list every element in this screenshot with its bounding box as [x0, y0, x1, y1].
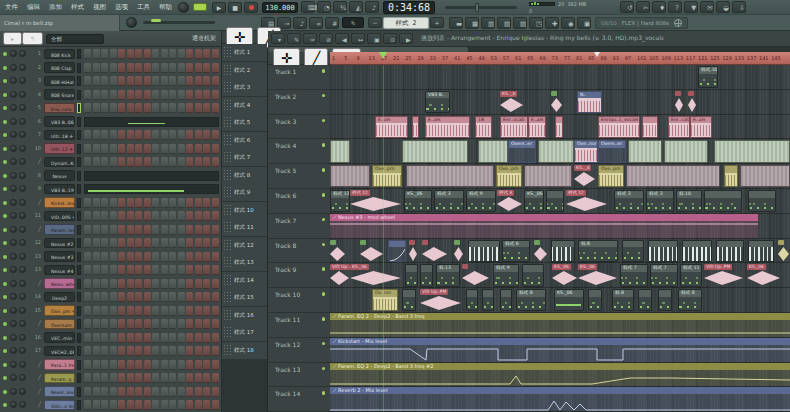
- step-cell[interactable]: [127, 49, 134, 59]
- step-cell[interactable]: [110, 319, 117, 329]
- step-cell[interactable]: [212, 90, 219, 100]
- track-led[interactable]: [322, 119, 326, 123]
- clip-notes[interactable]: 样式 7: [620, 264, 648, 286]
- channel-level[interactable]: [77, 333, 81, 343]
- volume-knob[interactable]: [19, 91, 26, 98]
- pattern-item[interactable]: 样式 9: [222, 184, 267, 201]
- track-lane[interactable]: ⟋ Param. EQ 2 - Deep2 - Band 3 freq #2: [330, 363, 790, 388]
- clip-notes[interactable]: [482, 289, 494, 311]
- channel-level[interactable]: [77, 90, 81, 100]
- track-lane[interactable]: VB3 B..KS.._bN..: [330, 90, 790, 115]
- clip-notes[interactable]: [405, 264, 418, 286]
- step-cell[interactable]: [93, 306, 100, 316]
- track-led[interactable]: [322, 243, 326, 247]
- step-cell[interactable]: [203, 238, 210, 248]
- channel-filter-select[interactable]: 全部: [46, 34, 104, 44]
- pan-knob[interactable]: [10, 374, 17, 381]
- typing-to-piano-icon[interactable]: #: [325, 17, 339, 29]
- mixer-panel-icon[interactable]: ▧: [497, 17, 511, 29]
- step-cell[interactable]: [118, 63, 125, 73]
- volume-knob[interactable]: [19, 158, 26, 165]
- channel-level[interactable]: [77, 346, 81, 356]
- clip-stripe[interactable]: [478, 140, 508, 162]
- pan-knob[interactable]: [10, 347, 17, 354]
- touch-icon[interactable]: ▣: [577, 17, 591, 29]
- link-controllers-icon[interactable]: ∞: [309, 17, 323, 29]
- step-cell[interactable]: [84, 130, 91, 140]
- volume-knob[interactable]: [19, 226, 26, 233]
- automation-clip[interactable]: ⟋ Kickstart - Mix level: [330, 338, 790, 362]
- channel-button[interactable]: Deep2: [44, 292, 75, 303]
- save-icon[interactable]: ▼: [684, 1, 698, 13]
- clip-fade[interactable]: KS._06: [350, 264, 402, 286]
- blend-recording-icon[interactable]: ♪: [365, 1, 379, 13]
- track-lane[interactable]: Ove..pmOve..pmKS.._dOve..pm: [330, 164, 790, 189]
- step-cell[interactable]: [195, 400, 202, 410]
- step-cell[interactable]: [152, 319, 159, 329]
- pattern-item[interactable]: 样式 17: [222, 324, 267, 341]
- track-header[interactable]: Track 4: [268, 139, 330, 164]
- step-cell[interactable]: [101, 198, 108, 208]
- piano-roll-panel-icon[interactable]: ▦: [465, 17, 479, 29]
- pattern-item[interactable]: 样式 14: [222, 272, 267, 289]
- channel-level[interactable]: [77, 211, 81, 221]
- pan-knob[interactable]: [10, 104, 17, 111]
- step-cell[interactable]: [127, 63, 134, 73]
- step-cell[interactable]: [127, 252, 134, 262]
- step-cell[interactable]: [144, 346, 151, 356]
- step-cell[interactable]: [135, 306, 142, 316]
- channel-mute-led[interactable]: [3, 187, 7, 191]
- track-header[interactable]: Track 2: [268, 90, 330, 115]
- step-cell[interactable]: [203, 319, 210, 329]
- clip-striped[interactable]: [740, 165, 790, 187]
- volume-knob[interactable]: [19, 293, 26, 300]
- volume-knob[interactable]: [19, 212, 26, 219]
- step-cell[interactable]: [186, 157, 193, 167]
- step-cell[interactable]: [144, 49, 151, 59]
- step-cell[interactable]: [169, 292, 176, 302]
- volume-knob[interactable]: [19, 401, 26, 408]
- channel-button[interactable]: Nexu..wheel: [44, 278, 75, 289]
- track-lane[interactable]: ⟋ Kickstart - Mix level: [330, 338, 790, 363]
- step-cell[interactable]: [84, 387, 91, 397]
- step-cell[interactable]: [110, 225, 117, 235]
- track-lane[interactable]: E..alsE..als1BEnr..ocabE..alsEnriqu..1_v…: [330, 115, 790, 140]
- track-header[interactable]: Track 14: [268, 387, 330, 412]
- step-cell[interactable]: [144, 238, 151, 248]
- clip-notes[interactable]: KS._06: [404, 190, 432, 212]
- step-cell[interactable]: [135, 373, 142, 383]
- step-cell[interactable]: [161, 90, 168, 100]
- clip-wavek[interactable]: Ove..pm: [598, 165, 624, 187]
- step-cell[interactable]: [161, 333, 168, 343]
- track-header[interactable]: Track 6: [268, 189, 330, 214]
- step-cell[interactable]: [152, 144, 159, 154]
- track-lane[interactable]: ⟋ Param. EQ 2 - Deep2 - Band 3 freq: [330, 313, 790, 338]
- clip-notes[interactable]: 样式 9: [466, 190, 496, 212]
- step-cell[interactable]: [195, 63, 202, 73]
- clip-wavep[interactable]: Enr..cala: [668, 116, 690, 138]
- step-cell[interactable]: [110, 198, 117, 208]
- channel-mute-led[interactable]: [3, 255, 7, 259]
- step-cell[interactable]: [118, 103, 125, 113]
- step-cell[interactable]: [161, 306, 168, 316]
- pattern-item[interactable]: 样式 3: [222, 79, 267, 96]
- step-cell[interactable]: [178, 346, 185, 356]
- step-cell[interactable]: [101, 346, 108, 356]
- step-cell[interactable]: [178, 333, 185, 343]
- channel-button[interactable]: VEC..min ✛: [44, 332, 75, 343]
- channel-button[interactable]: VID..095 ✛: [44, 211, 75, 222]
- step-cell[interactable]: [152, 49, 159, 59]
- step-cell[interactable]: [178, 76, 185, 86]
- clip-wavep[interactable]: E..als: [375, 116, 408, 138]
- step-cell[interactable]: [135, 292, 142, 302]
- clip-stripe[interactable]: [664, 140, 708, 162]
- step-cell[interactable]: [186, 400, 193, 410]
- step-cell[interactable]: [178, 319, 185, 329]
- step-cell[interactable]: [84, 103, 91, 113]
- step-cell[interactable]: [127, 130, 134, 140]
- clip-wavep[interactable]: [412, 116, 419, 138]
- step-cell[interactable]: [161, 198, 168, 208]
- step-cell[interactable]: [93, 387, 100, 397]
- step-cell[interactable]: [144, 211, 151, 221]
- step-cell[interactable]: [93, 211, 100, 221]
